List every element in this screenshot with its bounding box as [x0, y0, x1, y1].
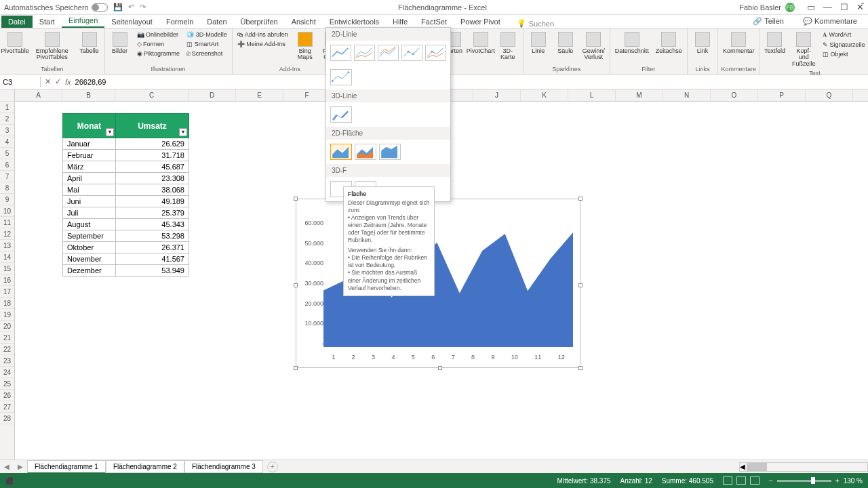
tab-factset[interactable]: FactSet [414, 16, 454, 28]
zoom-control[interactable]: −+ 130 % [769, 477, 863, 485]
my-addins[interactable]: ➕ Meine Add-Ins [237, 40, 288, 48]
bing-maps[interactable]: Bing Maps [293, 30, 317, 62]
table-icon [82, 32, 97, 47]
tab-einfuegen[interactable]: Einfügen [62, 14, 104, 28]
smartart[interactable]: ◫ SmartArt [186, 40, 227, 48]
line-chart-2[interactable] [354, 45, 375, 61]
record-icon[interactable]: ⬛ [5, 477, 14, 485]
link-button[interactable]: Link [690, 30, 715, 56]
filter-dropdown-icon[interactable]: ▾ [106, 128, 114, 136]
fx-icon[interactable]: fx [65, 78, 71, 86]
table-row: Dezember53.949 [63, 265, 189, 277]
filter-dropdown-icon[interactable]: ▾ [179, 128, 187, 136]
accept-fx-icon[interactable]: ✓ [55, 77, 61, 86]
zoom-slider[interactable] [777, 480, 831, 482]
sheet-nav-prev[interactable]: ◀ [0, 463, 14, 470]
svg-point-4 [348, 71, 350, 73]
collapse-ribbon-icon[interactable]: ⌃ [860, 1, 865, 9]
row-headers: 1234567891011121314151617181920212223242… [0, 89, 15, 466]
table-button[interactable]: Tabelle [77, 30, 102, 56]
comments-button[interactable]: 💬 Kommentare [796, 15, 864, 28]
icons[interactable]: ◉ Piktogramme [137, 49, 180, 58]
tab-formeln[interactable]: Formeln [159, 16, 200, 28]
add-sheet-button[interactable]: + [267, 462, 278, 472]
tab-daten[interactable]: Daten [200, 16, 233, 28]
resize-handle[interactable] [438, 366, 442, 370]
object[interactable]: ◫ Objekt [823, 50, 865, 58]
col-umsatz[interactable]: Umsatz▾ [116, 114, 189, 138]
line-chart-5[interactable] [425, 45, 446, 61]
tab-ueberpruefen[interactable]: Überprüfen [234, 16, 285, 28]
resize-handle[interactable] [294, 283, 298, 287]
slicer-button[interactable]: Datenschnitt [613, 30, 651, 56]
pictures-button[interactable]: Bilder [108, 30, 132, 56]
rec-pivottable-button[interactable]: Empfohlene PivotTables [30, 30, 75, 62]
autosave-toggle[interactable]: Automatisches Speichern [4, 3, 108, 12]
line-chart-6[interactable] [330, 69, 352, 85]
line-chart-3[interactable] [378, 45, 399, 61]
sparkline-winloss[interactable]: Gewinn/ Verlust [580, 30, 607, 62]
3d-models[interactable]: 🧊 3D-Modelle [186, 30, 227, 39]
3dmap-button[interactable]: 3D- Karte [496, 30, 520, 62]
search-box[interactable]: 💡 Suchen [517, 19, 554, 28]
pivotchart-button[interactable]: PivotChart [469, 30, 493, 56]
textbox-icon [767, 32, 782, 47]
tab-file[interactable]: Datei [1, 16, 33, 28]
resize-handle[interactable] [578, 197, 583, 201]
tab-powerpivot[interactable]: Power Pivot [454, 16, 507, 28]
share-button[interactable]: 🔗 Teilen [746, 15, 791, 28]
sheet-tab-3[interactable]: Flächendiagramme 3 [184, 460, 263, 473]
line-chart-1[interactable] [330, 45, 351, 61]
area-chart-1[interactable] [330, 144, 352, 160]
screenshot[interactable]: ⎚ Screenshot [186, 49, 227, 58]
resize-handle[interactable] [294, 366, 298, 370]
chart-type-dropdown[interactable]: 2D-Linie 3D-Linie 2D-Fläche 3D-F [326, 27, 451, 202]
ribbon-options-icon[interactable]: ▭ [807, 2, 815, 12]
tab-ansicht[interactable]: Ansicht [285, 16, 323, 28]
comment-button[interactable]: Kommentar [721, 30, 757, 56]
tab-seitenlayout[interactable]: Seitenlayout [104, 16, 159, 28]
formula-value[interactable]: 26628,69 [75, 78, 106, 86]
save-icon[interactable]: 💾 [113, 3, 123, 12]
horizontal-scrollbar[interactable]: ◀ [739, 462, 868, 472]
user-account[interactable]: Fabio Basler FB [739, 3, 795, 12]
wordart[interactable]: 𝐀 WordArt [823, 30, 865, 39]
minimize-icon[interactable]: — [823, 2, 832, 12]
cancel-fx-icon[interactable]: ✕ [45, 77, 51, 86]
sheet-tab-2[interactable]: Flächendiagramme 2 [106, 460, 184, 473]
pivottable-button[interactable]: PivotTable [3, 30, 27, 56]
online-pictures[interactable]: 📷 Onlinebilder [137, 30, 180, 39]
table-row: Oktober26.371 [63, 242, 189, 253]
maximize-icon[interactable]: ☐ [840, 2, 848, 12]
resize-handle[interactable] [578, 283, 583, 287]
sheet-nav-next[interactable]: ▶ [14, 463, 27, 470]
sparkline-line[interactable]: Linie [526, 30, 551, 56]
textbox-button[interactable]: Textfeld [762, 30, 787, 56]
undo-icon[interactable]: ↶ [128, 3, 134, 12]
header-footer-button[interactable]: Kopf- und Fußzeile [789, 30, 818, 68]
tab-entwickler[interactable]: Entwicklertools [323, 16, 386, 28]
signature[interactable]: ✎ Signaturzeile [823, 41, 865, 49]
3d-line-chart[interactable] [330, 106, 352, 123]
area-chart-2[interactable] [355, 144, 376, 160]
area-chart-3[interactable] [379, 144, 401, 160]
sheet-tab-1[interactable]: Flächendiagramme 1 [27, 460, 106, 474]
resize-handle[interactable] [294, 197, 298, 201]
view-buttons[interactable] [723, 476, 760, 485]
chart-object[interactable]: 60.00050.00040.00030.00020.00010.000- 12… [296, 199, 580, 368]
redo-icon[interactable]: ↷ [140, 3, 146, 12]
get-addins[interactable]: 🛍 Add-Ins abrufen [237, 30, 288, 39]
shapes[interactable]: ◇ Formen [137, 40, 180, 48]
col-monat[interactable]: Monat▾ [63, 114, 116, 138]
tab-hilfe[interactable]: Hilfe [386, 16, 414, 28]
name-box[interactable]: C3 [0, 77, 41, 87]
group-filter: Filter [613, 64, 684, 73]
group-illustr: Illustrationen [108, 64, 229, 73]
sparkline-col[interactable]: Säule [553, 30, 578, 56]
timeline-button[interactable]: Zeitachse [654, 30, 684, 56]
switch-icon[interactable] [92, 3, 108, 12]
line-chart-4[interactable] [401, 45, 422, 61]
data-table[interactable]: Monat▾ Umsatz▾ Januar26.629 Februar31.71… [62, 113, 189, 277]
resize-handle[interactable] [578, 366, 583, 370]
tab-start[interactable]: Start [33, 16, 62, 28]
